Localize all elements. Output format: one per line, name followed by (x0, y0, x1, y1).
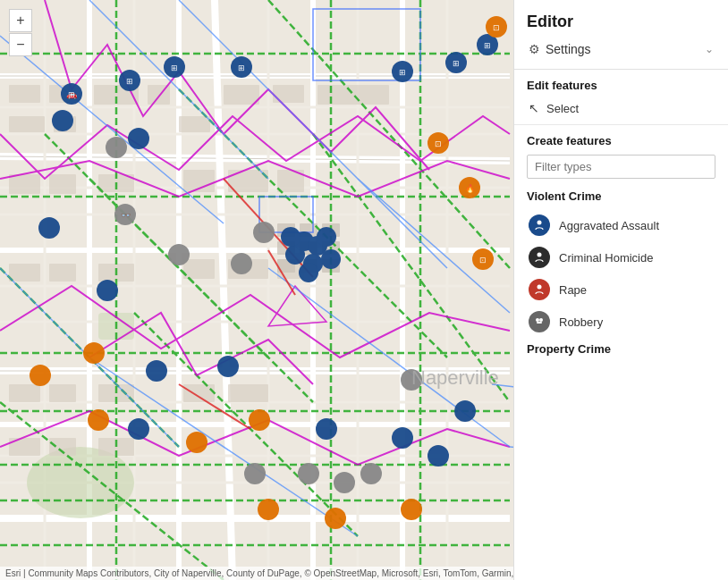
svg-text:👓: 👓 (121, 210, 131, 221)
svg-point-116 (88, 409, 109, 431)
editor-header: Editor ⚙ Settings ⌄ (514, 0, 728, 70)
svg-rect-40 (317, 85, 389, 105)
map-controls: + − (9, 9, 32, 56)
violent-crime-category: Violent Crime (527, 189, 715, 203)
cursor-icon: ↖ (529, 101, 539, 115)
svg-point-120 (258, 499, 279, 520)
svg-rect-57 (228, 384, 268, 402)
rape-label: Rape (559, 283, 587, 297)
svg-text:⊞: ⊞ (399, 68, 406, 77)
svg-point-118 (249, 409, 270, 431)
robbery-item[interactable]: Robbery (527, 307, 715, 337)
svg-text:⊡: ⊡ (479, 256, 487, 265)
settings-row[interactable]: ⚙ Settings ⌄ (527, 38, 715, 60)
chevron-down-icon: ⌄ (705, 43, 714, 55)
svg-point-148 (360, 463, 382, 484)
svg-point-128 (217, 356, 239, 377)
svg-text:⊞: ⊞ (238, 63, 245, 72)
svg-rect-42 (49, 174, 76, 194)
svg-point-129 (316, 418, 337, 440)
svg-text:⊡: ⊡ (435, 139, 442, 148)
svg-rect-178 (537, 322, 542, 324)
svg-point-122 (401, 499, 422, 520)
svg-point-142 (321, 249, 341, 269)
svg-point-174 (538, 253, 542, 257)
svg-rect-53 (9, 384, 40, 402)
select-row[interactable]: ↖ Select (527, 99, 715, 117)
svg-rect-56 (183, 384, 215, 402)
svg-text:Naperville: Naperville (411, 366, 499, 389)
svg-point-123 (30, 365, 51, 386)
svg-rect-37 (179, 116, 210, 132)
svg-point-177 (539, 318, 543, 322)
svg-rect-38 (224, 85, 259, 105)
svg-point-173 (538, 221, 542, 225)
svg-point-133 (454, 400, 476, 422)
svg-text:⊞: ⊞ (484, 41, 491, 50)
svg-point-124 (128, 128, 149, 149)
svg-text:⊞: ⊞ (68, 90, 75, 99)
svg-point-134 (427, 445, 449, 467)
svg-rect-54 (49, 384, 76, 402)
svg-rect-39 (273, 85, 304, 103)
settings-label: Settings (546, 42, 591, 56)
svg-text:🔥: 🔥 (465, 183, 476, 194)
svg-point-147 (244, 463, 266, 484)
svg-point-132 (392, 427, 413, 449)
svg-point-119 (83, 342, 105, 364)
svg-text:⊡: ⊡ (493, 23, 500, 32)
svg-point-145 (253, 222, 275, 243)
editor-title: Editor (527, 13, 715, 31)
svg-rect-50 (183, 259, 215, 279)
svg-text:⊞: ⊞ (171, 63, 178, 72)
svg-point-117 (186, 432, 207, 453)
svg-point-131 (146, 360, 167, 382)
criminal-homicide-icon (529, 247, 550, 268)
svg-point-144 (231, 253, 252, 274)
property-crime-category: Property Crime (527, 342, 715, 356)
svg-point-29 (27, 447, 134, 518)
rape-icon (529, 279, 550, 300)
svg-rect-48 (49, 264, 76, 282)
create-features-section: Create features Violent Crime Aggravated… (514, 125, 728, 580)
criminal-homicide-label: Criminal Homicide (559, 251, 653, 265)
svg-point-121 (325, 508, 346, 529)
svg-point-130 (52, 110, 73, 131)
create-features-title: Create features (527, 134, 715, 147)
svg-point-126 (97, 280, 118, 301)
svg-text:⊞: ⊞ (453, 59, 460, 68)
editor-panel: Editor ⚙ Settings ⌄ Edit features ↖ Sele… (513, 0, 728, 580)
svg-point-127 (128, 418, 149, 440)
svg-point-141 (281, 227, 301, 247)
edit-features-section: Edit features ↖ Select (514, 70, 728, 125)
rape-item[interactable]: Rape (527, 274, 715, 305)
svg-rect-41 (9, 174, 40, 194)
robbery-label: Robbery (559, 315, 603, 329)
robbery-icon (529, 311, 550, 332)
aggravated-assault-label: Aggravated Assault (559, 219, 659, 232)
svg-rect-47 (9, 264, 40, 282)
svg-point-140 (317, 227, 336, 247)
edit-features-title: Edit features (527, 79, 715, 92)
svg-point-146 (298, 463, 319, 484)
filter-input[interactable] (527, 155, 715, 179)
criminal-homicide-item[interactable]: Criminal Homicide (527, 242, 715, 273)
svg-point-171 (106, 137, 127, 158)
svg-point-176 (536, 318, 539, 322)
gear-icon: ⚙ (529, 42, 540, 56)
aggravated-assault-item[interactable]: Aggravated Assault (527, 210, 715, 240)
svg-point-125 (38, 217, 60, 239)
svg-rect-31 (9, 85, 40, 103)
zoom-in-button[interactable]: + (9, 9, 32, 32)
svg-point-139 (299, 263, 318, 282)
svg-point-143 (168, 244, 190, 265)
settings-left: ⚙ Settings (529, 42, 591, 56)
svg-rect-33 (9, 116, 45, 132)
svg-text:⊞: ⊞ (126, 77, 133, 86)
svg-point-149 (334, 472, 355, 493)
svg-point-175 (538, 285, 542, 290)
select-label: Select (546, 102, 579, 115)
zoom-out-button[interactable]: − (9, 33, 32, 56)
aggravated-assault-icon (529, 214, 550, 236)
